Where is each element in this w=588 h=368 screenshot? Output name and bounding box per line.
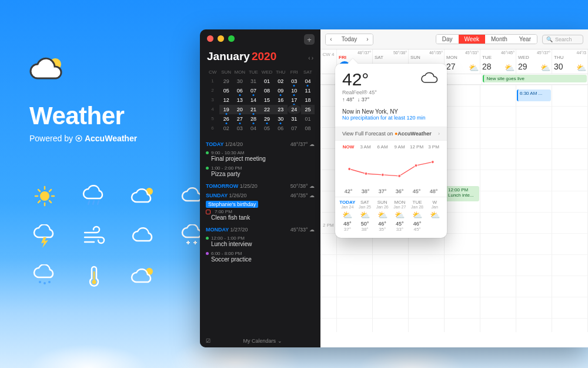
agenda-event[interactable]: Lunch interview bbox=[206, 241, 315, 247]
agenda-event[interactable]: Soccer practice bbox=[206, 256, 315, 263]
popover-realfeel: RealFeel® 45° bbox=[342, 89, 440, 95]
mini-cal-day[interactable]: 03 bbox=[288, 77, 301, 86]
mini-cal-day[interactable]: 01 bbox=[260, 77, 274, 86]
mini-calendar[interactable]: CWSUNMONTUEWEDTHUFRISAT12930310102030420… bbox=[200, 68, 320, 138]
daily-forecast-col[interactable]: TODAYJan 24⛅48°37° bbox=[339, 200, 356, 232]
week-day-header[interactable]: TUE 46°/45°28⛅ bbox=[480, 49, 516, 74]
grid-column[interactable]: 6:30 AM ... bbox=[516, 85, 552, 332]
mini-cal-day[interactable]: 17 bbox=[288, 95, 301, 105]
minimize-button[interactable] bbox=[218, 35, 224, 42]
mini-cal-day[interactable]: 27 bbox=[233, 114, 246, 124]
week-day-header[interactable]: WED 45°/37°29⛅ bbox=[516, 49, 552, 74]
calendar-event[interactable]: 6:30 AM ... bbox=[517, 89, 551, 101]
mini-cal-day[interactable]: 04 bbox=[301, 77, 315, 86]
mini-cal-day[interactable]: 25 bbox=[301, 105, 315, 114]
view-year[interactable]: Year bbox=[513, 35, 537, 44]
mini-cal-day[interactable]: 13 bbox=[233, 95, 246, 105]
svg-point-28 bbox=[365, 173, 368, 175]
search-input[interactable]: 🔍 Search bbox=[542, 35, 583, 44]
mini-cal-day[interactable]: 06 bbox=[274, 124, 288, 133]
view-segment: DayWeekMonthYear bbox=[436, 34, 537, 44]
next-month-button[interactable]: › bbox=[312, 55, 313, 61]
mini-cal-day[interactable]: 26 bbox=[219, 114, 233, 124]
mini-cal-day[interactable]: 09 bbox=[274, 86, 288, 95]
mini-cal-day[interactable]: 10 bbox=[288, 86, 301, 95]
mini-cal-day[interactable]: 02 bbox=[219, 124, 233, 133]
mini-cal-day[interactable]: 29 bbox=[260, 114, 274, 124]
mini-cal-day[interactable]: 07 bbox=[288, 124, 301, 133]
view-week[interactable]: Week bbox=[459, 35, 485, 44]
mini-cal-day[interactable]: 16 bbox=[274, 95, 288, 105]
view-month[interactable]: Month bbox=[485, 35, 513, 44]
grid-column[interactable]: 12:00 PM Lunch inte... bbox=[445, 85, 480, 332]
mini-cal-day[interactable]: 08 bbox=[301, 124, 315, 133]
mini-cal-day[interactable]: 04 bbox=[246, 124, 260, 133]
mini-cal-day[interactable]: 07 bbox=[246, 86, 260, 95]
daily-forecast-col[interactable]: MONJan 27⛅45°33° bbox=[391, 200, 409, 232]
mini-cal-day[interactable]: 30 bbox=[233, 77, 246, 86]
mini-cal-day[interactable]: 21 bbox=[246, 105, 260, 114]
add-event-button[interactable]: + bbox=[304, 34, 315, 45]
popover-precip[interactable]: No precipitation for at least 120 min bbox=[342, 115, 440, 121]
svg-marker-16 bbox=[41, 237, 48, 248]
mini-cal-day[interactable]: 02 bbox=[274, 77, 288, 86]
close-button[interactable] bbox=[207, 35, 213, 42]
zoom-button[interactable] bbox=[228, 35, 235, 42]
allday-event[interactable]: New site goes live bbox=[483, 75, 587, 82]
mini-cal-day[interactable]: 31 bbox=[288, 114, 301, 124]
grid-column[interactable] bbox=[552, 85, 588, 332]
mini-cal-day[interactable]: 11 bbox=[301, 86, 315, 95]
mini-cal-day[interactable]: 08 bbox=[260, 86, 274, 95]
mini-cal-day[interactable]: 28 bbox=[246, 114, 260, 124]
view-day[interactable]: Day bbox=[436, 35, 459, 44]
mini-cal-day[interactable]: 24 bbox=[288, 105, 301, 114]
daily-forecast-col[interactable]: TUEJan 28⛅46°45° bbox=[409, 200, 426, 232]
weather-popover: 42° RealFeel® 45° ↑ 48° ↓ 37° Now in New… bbox=[335, 64, 447, 238]
daily-forecast-col[interactable]: WJan⛅ bbox=[426, 200, 443, 232]
daily-forecast-col[interactable]: SUNJan 26⛅46°35° bbox=[373, 200, 391, 232]
svg-point-27 bbox=[348, 168, 351, 171]
mini-cal-day[interactable]: 01 bbox=[301, 114, 315, 124]
svg-line-8 bbox=[38, 190, 40, 191]
mini-cal-day[interactable]: 19 bbox=[219, 105, 233, 114]
next-week-button[interactable]: › bbox=[362, 34, 373, 45]
mini-cal-day[interactable]: 15 bbox=[260, 95, 274, 105]
week-day-header[interactable]: MON 45°/33°27⛅ bbox=[445, 49, 480, 74]
mini-cal-day[interactable]: 30 bbox=[274, 114, 288, 124]
svg-line-9 bbox=[49, 201, 51, 203]
prev-month-button[interactable]: ‹ bbox=[308, 55, 310, 61]
mini-cal-day[interactable]: 06 bbox=[233, 86, 246, 95]
task-checkbox[interactable] bbox=[206, 210, 211, 214]
weather-logo-icon bbox=[29, 56, 66, 85]
daily-forecast-col[interactable]: SATJan 25⛅50°38° bbox=[356, 200, 374, 232]
grid-column[interactable] bbox=[480, 85, 516, 332]
calendar-event[interactable]: 12:00 PM Lunch inte... bbox=[445, 186, 479, 201]
svg-line-14 bbox=[98, 201, 99, 204]
app-window: + January 2020 ‹ › CWSUNMONTUEWEDTHUFRIS… bbox=[200, 29, 588, 347]
svg-point-2 bbox=[78, 137, 80, 140]
mini-cal-day[interactable]: 18 bbox=[301, 95, 315, 105]
mini-cal-day[interactable]: 31 bbox=[246, 77, 260, 86]
mini-cal-day[interactable]: 05 bbox=[260, 124, 274, 133]
svg-line-12 bbox=[88, 201, 89, 204]
week-day-header[interactable]: THU 44°/330⛅ bbox=[552, 49, 588, 74]
svg-point-22 bbox=[44, 282, 46, 284]
agenda-event[interactable]: Pizza party bbox=[206, 171, 315, 177]
checkbox-icon[interactable]: ☑ bbox=[206, 338, 211, 344]
mini-cal-day[interactable]: 14 bbox=[246, 95, 260, 105]
mini-cal-day[interactable]: 12 bbox=[219, 95, 233, 105]
my-calendars-button[interactable]: My Calendars ⌄ bbox=[243, 338, 282, 344]
full-forecast-link[interactable]: View Full Forecast on ●AccuWeather › bbox=[335, 127, 447, 141]
mini-cal-day[interactable]: 23 bbox=[274, 105, 288, 114]
agenda-allday-event[interactable]: Stephanie's birthday bbox=[206, 201, 258, 208]
agenda-event[interactable]: Final project meeting bbox=[206, 155, 315, 162]
mini-cal-day[interactable]: 05 bbox=[219, 86, 233, 95]
popover-daily: TODAYJan 24⛅48°37°SATJan 25⛅50°38°SUNJan… bbox=[335, 197, 447, 238]
mini-cal-day[interactable]: 20 bbox=[233, 105, 246, 114]
prev-week-button[interactable]: ‹ bbox=[326, 34, 336, 45]
mini-cal-day[interactable]: 22 bbox=[260, 105, 274, 114]
mini-cal-day[interactable]: 03 bbox=[233, 124, 246, 133]
today-button[interactable]: Today bbox=[336, 34, 362, 45]
mini-cal-day[interactable]: 29 bbox=[219, 77, 233, 86]
agenda-task[interactable]: Clean fish tank bbox=[206, 214, 315, 221]
